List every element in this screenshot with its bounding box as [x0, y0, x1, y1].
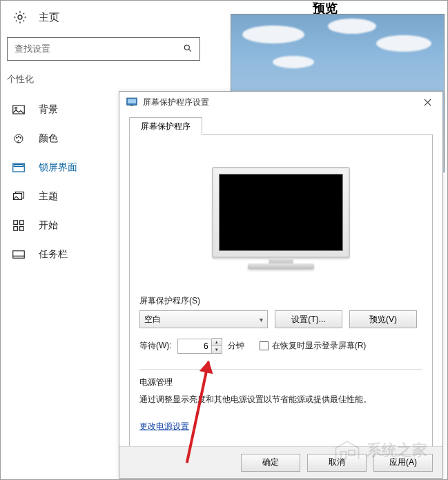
search-input[interactable]: 查找设置 — [7, 37, 200, 61]
dialog-title: 屏幕保护程序设置 — [143, 97, 209, 108]
screensaver-preview-monitor — [212, 167, 350, 272]
svg-point-6 — [17, 137, 18, 139]
power-section-title: 电源管理 — [139, 377, 422, 388]
power-settings-link[interactable]: 更改电源设置 — [139, 421, 189, 431]
svg-point-0 — [18, 15, 22, 19]
search-placeholder: 查找设置 — [14, 43, 50, 55]
screensaver-label: 屏幕保护程序(S) — [139, 295, 422, 307]
dialog-titlebar: 屏幕保护程序设置 — [119, 92, 442, 112]
svg-line-2 — [188, 49, 191, 51]
resume-checkbox[interactable]: 在恢复时显示登录屏幕(R) — [260, 340, 367, 352]
sidebar-item-label: 任务栏 — [39, 248, 68, 261]
checkbox-box — [260, 341, 269, 350]
themes-icon — [12, 191, 25, 202]
gear-icon — [12, 10, 28, 25]
svg-rect-14 — [14, 227, 18, 231]
palette-icon — [12, 133, 25, 144]
sidebar-item-label: 主题 — [39, 190, 58, 203]
sidebar-item-label: 背景 — [39, 103, 58, 116]
picture-icon — [12, 104, 25, 115]
sidebar-item-label: 开始 — [39, 219, 58, 232]
close-button[interactable] — [412, 92, 442, 112]
ok-button[interactable]: 确定 — [241, 454, 300, 472]
svg-rect-12 — [14, 221, 18, 225]
svg-rect-13 — [20, 221, 24, 225]
sidebar-item-label: 颜色 — [39, 132, 58, 145]
wait-spinner[interactable]: ▲ ▼ — [177, 338, 222, 354]
search-icon — [183, 43, 193, 55]
svg-point-7 — [18, 136, 19, 137]
home-label: 主页 — [39, 11, 59, 24]
tab-screensaver[interactable]: 屏幕保护程序 — [129, 117, 202, 135]
close-icon — [424, 99, 431, 106]
spin-down[interactable]: ▼ — [212, 346, 222, 354]
svg-rect-15 — [20, 227, 24, 231]
chevron-down-icon: ▾ — [260, 316, 263, 323]
screensaver-dialog: 屏幕保护程序设置 屏幕保护程序 屏幕保护程序(S) 空白 ▾ — [119, 91, 443, 479]
svg-rect-10 — [14, 165, 23, 167]
start-icon — [12, 220, 25, 231]
lockscreen-icon — [12, 162, 25, 173]
resume-checkbox-label: 在恢复时显示登录屏幕(R) — [272, 340, 367, 352]
wait-input[interactable] — [177, 339, 212, 354]
screensaver-preview-button[interactable]: 预览(V) — [349, 310, 417, 328]
taskbar-icon — [12, 249, 25, 260]
divider — [139, 369, 422, 370]
wait-unit: 分钟 — [228, 340, 244, 352]
svg-rect-16 — [13, 251, 25, 259]
power-description: 通过调整显示亮度和其他电源设置以节省能源或提供最佳性能。 — [139, 394, 422, 406]
svg-rect-20 — [130, 106, 133, 106]
screensaver-select[interactable]: 空白 ▾ — [139, 310, 268, 328]
svg-point-1 — [184, 45, 189, 50]
screensaver-settings-button[interactable]: 设置(T)... — [275, 310, 342, 328]
svg-point-8 — [20, 137, 21, 139]
sidebar-item-label: 锁屏界面 — [39, 161, 77, 174]
screensaver-value: 空白 — [144, 314, 161, 326]
wait-label: 等待(W): — [139, 340, 172, 352]
svg-point-4 — [15, 107, 17, 109]
svg-rect-19 — [128, 99, 136, 103]
cancel-button[interactable]: 取消 — [307, 454, 367, 472]
spin-up[interactable]: ▲ — [212, 339, 222, 346]
dialog-icon — [126, 97, 137, 107]
apply-button[interactable]: 应用(A) — [373, 454, 433, 472]
